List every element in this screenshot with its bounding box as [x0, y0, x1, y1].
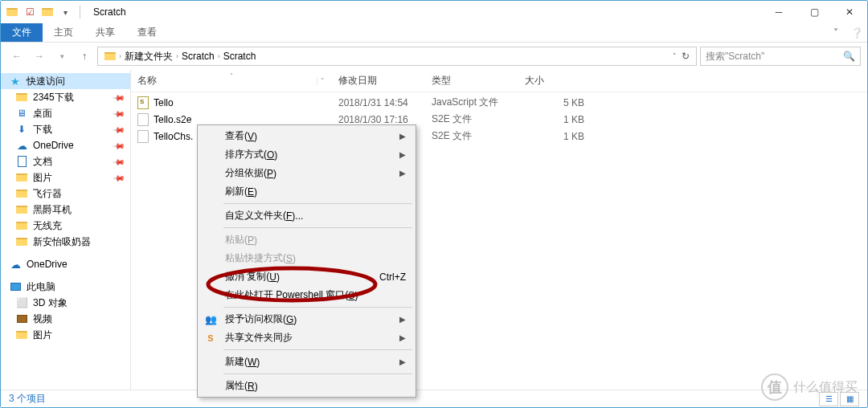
sidebar-item[interactable]: 文档📌 — [1, 153, 130, 169]
sidebar-item[interactable]: 图片📌 — [1, 169, 130, 186]
folder-icon-2[interactable] — [41, 6, 54, 18]
menu-undo[interactable]: 撤消 复制(U)Ctrl+Z — [199, 267, 414, 286]
js-file-icon — [137, 96, 149, 109]
sidebar-item-label: 图片 — [33, 328, 52, 342]
breadcrumb-seg[interactable]: Scratch — [178, 51, 218, 62]
document-icon — [15, 155, 28, 168]
file-date: 2018/1/30 17:16 — [332, 114, 425, 125]
sidebar-item[interactable]: 图片 — [1, 327, 130, 343]
sidebar-item-label: OneDrive — [27, 259, 68, 270]
ribbon: 文件 主页 共享 查看 ˅ ❔ — [1, 23, 867, 43]
menu-shared-folder-sync[interactable]: S共享文件夹同步▶ — [199, 328, 414, 347]
menu-properties[interactable]: 属性(R) — [199, 377, 414, 395]
sidebar-item[interactable]: 黑爵耳机 — [1, 202, 130, 218]
breadcrumb[interactable]: › 新建文件夹 › Scratch › Scratch ˅ ↻ — [97, 47, 697, 66]
chevron-right-icon: ▶ — [399, 315, 406, 324]
tab-share[interactable]: 共享 — [84, 23, 126, 42]
menu-separator — [223, 349, 412, 350]
sidebar-item-thispc[interactable]: 此电脑 — [1, 279, 130, 295]
file-type: S2E 文件 — [425, 112, 518, 126]
tab-file[interactable]: 文件 — [1, 23, 43, 42]
menu-separator — [223, 373, 412, 374]
file-type: JavaScript 文件 — [425, 96, 518, 109]
forward-button[interactable]: → — [30, 47, 49, 66]
chevron-down-icon[interactable]: ˅ — [317, 77, 325, 85]
recent-dropdown-icon[interactable]: ▾ — [52, 47, 72, 66]
refresh-icon[interactable]: ↻ — [682, 51, 690, 62]
file-type: S2E 文件 — [425, 129, 518, 143]
qat-chevron-icon[interactable]: ▾ — [59, 6, 72, 18]
checkbox-icon[interactable]: ☑ — [23, 6, 36, 18]
maximize-button[interactable]: ▢ — [796, 1, 832, 23]
sidebar-item-label: 视频 — [33, 312, 52, 326]
cloud-icon: ☁ — [9, 258, 22, 271]
menu-sort[interactable]: 排序方式(O)▶ — [199, 145, 414, 164]
file-name: TelloChs. — [154, 131, 193, 142]
watermark-text: 什么值得买 — [793, 379, 858, 396]
menu-grant-access[interactable]: 👥授予访问权限(G)▶ — [199, 310, 414, 328]
breadcrumb-seg[interactable]: 新建文件夹 — [121, 50, 176, 63]
breadcrumb-seg[interactable]: Scratch — [220, 51, 260, 62]
minimize-button[interactable]: ─ — [761, 1, 796, 23]
folder-icon — [15, 219, 28, 232]
folder-icon — [15, 91, 28, 104]
close-button[interactable]: ✕ — [832, 1, 867, 23]
folder-icon — [104, 52, 116, 60]
pin-icon: 📌 — [113, 91, 125, 104]
sidebar-item[interactable]: 2345下载📌 — [1, 89, 130, 105]
sidebar-item-quick-access[interactable]: ★ 快速访问 — [1, 73, 130, 89]
column-headers: ˄名称˅ 修改日期 类型 大小 — [131, 70, 867, 92]
search-icon[interactable]: 🔍 — [843, 51, 855, 62]
file-name: Tello.s2e — [154, 114, 191, 125]
chevron-right-icon: ▶ — [399, 333, 406, 342]
folder-icon — [15, 203, 28, 216]
sidebar-item[interactable]: ☁OneDrive📌 — [1, 137, 130, 153]
chevron-down-icon[interactable]: ˅ — [673, 52, 677, 60]
sidebar-item-onedrive[interactable]: ☁OneDrive — [1, 256, 130, 272]
sidebar-item[interactable]: 无线充 — [1, 218, 130, 234]
sidebar-item-label: 下载 — [33, 123, 52, 137]
menu-customize-folder[interactable]: 自定义文件夹(F)... — [199, 206, 414, 225]
back-button[interactable]: ← — [7, 47, 27, 66]
sidebar-item[interactable]: ⬇下载📌 — [1, 121, 130, 137]
chevron-right-icon: ▶ — [399, 357, 406, 366]
sidebar-item-label: 此电脑 — [27, 280, 55, 294]
expand-ribbon-icon[interactable]: ˅ — [825, 23, 846, 42]
chevron-right-icon: ▶ — [399, 132, 406, 141]
desktop-icon: 🖥 — [15, 107, 28, 120]
menu-shortcut: Ctrl+Z — [379, 271, 406, 283]
menu-refresh[interactable]: 刷新(E) — [199, 182, 414, 201]
col-type[interactable]: 类型 — [425, 74, 518, 88]
search-input[interactable]: 搜索"Scratch" 🔍 — [700, 47, 861, 66]
table-row[interactable]: Tello 2018/1/31 14:54 JavaScript 文件 5 KB — [131, 94, 867, 111]
star-icon: ★ — [9, 75, 22, 88]
menu-new[interactable]: 新建(W)▶ — [199, 353, 414, 371]
sidebar-item[interactable]: 🖥桌面📌 — [1, 105, 130, 121]
watermark: 值 什么值得买 — [761, 373, 858, 401]
tab-home[interactable]: 主页 — [43, 23, 84, 42]
cloud-icon: ☁ — [15, 139, 28, 152]
menu-group[interactable]: 分组依据(P)▶ — [199, 164, 414, 182]
pin-icon: 📌 — [113, 107, 125, 120]
people-icon: 👥 — [204, 313, 217, 326]
help-icon[interactable]: ❔ — [846, 23, 867, 42]
sidebar-item[interactable]: ⬜3D 对象 — [1, 295, 130, 311]
statusbar: 3 个项目 ☰ ▦ — [1, 390, 867, 407]
sidebar-item-label: 3D 对象 — [33, 296, 68, 310]
col-date[interactable]: 修改日期 — [332, 74, 425, 88]
search-placeholder: 搜索"Scratch" — [706, 50, 764, 63]
folder-icon — [15, 235, 28, 248]
sidebar-item[interactable]: 飞行器 — [1, 186, 130, 202]
menu-open-powershell[interactable]: 在此处打开 Powershell 窗口(S) — [199, 286, 414, 304]
sort-asc-icon: ˄ — [230, 72, 233, 80]
menu-view[interactable]: 查看(V)▶ — [199, 127, 414, 145]
sidebar-item-label: 2345下载 — [33, 91, 74, 104]
sidebar-item[interactable]: 新安怡吸奶器 — [1, 234, 130, 250]
col-name[interactable]: ˄名称˅ — [131, 74, 332, 88]
col-size[interactable]: 大小 — [518, 74, 591, 88]
sidebar-item[interactable]: 视频 — [1, 311, 130, 327]
pin-icon: 📌 — [113, 123, 125, 136]
menu-separator — [223, 227, 412, 228]
up-button[interactable]: ↑ — [75, 47, 94, 66]
tab-view[interactable]: 查看 — [126, 23, 168, 42]
